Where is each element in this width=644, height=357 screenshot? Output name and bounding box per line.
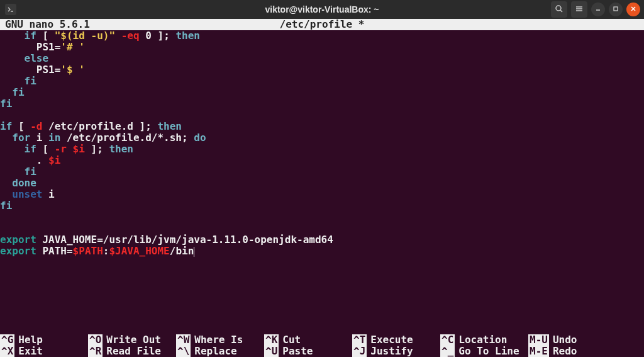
- shortcut-key: ^C: [440, 334, 455, 346]
- editor-line: if [ -r $i ]; then: [0, 144, 644, 155]
- help-shortcut: ^CLocation: [440, 334, 528, 346]
- shortcut-key: ^K: [264, 334, 279, 346]
- help-shortcut: ^RRead File: [88, 346, 176, 357]
- shortcut-key: ^T: [352, 334, 367, 346]
- svg-rect-7: [614, 7, 618, 11]
- shortcut-label: Write Out: [106, 334, 161, 346]
- nano-help-bar: ^GHelp^OWrite Out^WWhere Is^KCut^TExecut…: [0, 334, 644, 357]
- shortcut-label: Exit: [18, 346, 43, 357]
- help-row-2: ^XExit^RRead File^\Replace^UPaste^JJusti…: [0, 346, 644, 357]
- shortcut-key: ^W: [176, 334, 191, 346]
- shortcut-key: ^U: [264, 346, 279, 357]
- editor-line: else: [0, 53, 644, 64]
- shortcut-key: M-U: [528, 334, 549, 346]
- shortcut-label: Redo: [553, 346, 577, 357]
- help-shortcut: ^TExecute: [352, 334, 440, 346]
- shortcut-label: Execute: [370, 334, 413, 346]
- text-cursor: [194, 247, 194, 257]
- editor-line: PS1='# ': [0, 42, 644, 53]
- help-row-1: ^GHelp^OWrite Out^WWhere Is^KCut^TExecut…: [0, 334, 644, 346]
- editor-line: . $i: [0, 155, 644, 166]
- svg-point-1: [556, 6, 561, 11]
- terminal-area[interactable]: GNU nano 5.6.1 /etc/profile * if [ "$(id…: [0, 19, 644, 357]
- editor-line: if [ "$(id -u)" -eq 0 ]; then: [0, 30, 644, 42]
- editor-line: if [ -d /etc/profile.d ]; then: [0, 121, 644, 132]
- shortcut-key: ^G: [0, 334, 14, 346]
- terminal-app-icon: [5, 4, 16, 15]
- shortcut-key: M-E: [528, 346, 549, 357]
- svg-line-2: [560, 10, 562, 12]
- editor-line: fi: [0, 76, 644, 87]
- shortcut-key: ^_: [440, 346, 455, 357]
- shortcut-key: ^O: [88, 334, 103, 346]
- editor-line: [0, 223, 644, 234]
- help-shortcut: ^JJustify: [352, 346, 440, 357]
- nano-header: GNU nano 5.6.1 /etc/profile *: [0, 19, 644, 30]
- editor-line: export JAVA_HOME=/usr/lib/jvm/java-1.11.…: [0, 234, 644, 246]
- search-button[interactable]: [551, 1, 567, 18]
- shortcut-label: Where Is: [194, 334, 243, 346]
- shortcut-key: ^J: [352, 346, 367, 357]
- editor-line: PS1='$ ': [0, 64, 644, 76]
- help-shortcut: ^UPaste: [264, 346, 352, 357]
- editor-line: for i in /etc/profile.d/*.sh; do: [0, 132, 644, 144]
- help-shortcut: ^KCut: [264, 334, 352, 346]
- shortcut-label: Paste: [282, 346, 313, 357]
- help-shortcut: ^GHelp: [0, 334, 88, 346]
- shortcut-key: ^\: [176, 346, 191, 357]
- help-shortcut: ^WWhere Is: [176, 334, 264, 346]
- shortcut-label: Read File: [106, 346, 161, 357]
- shortcut-label: Justify: [370, 346, 413, 357]
- shortcut-label: Cut: [282, 334, 301, 346]
- shortcut-label: Replace: [194, 346, 236, 357]
- editor-line: [0, 212, 644, 223]
- close-icon: [630, 4, 637, 14]
- editor-line: fi: [0, 200, 644, 212]
- editor-line: export PATH=$PATH:$JAVA_HOME/bin: [0, 246, 644, 257]
- shortcut-label: Location: [458, 334, 507, 346]
- close-button[interactable]: [626, 3, 640, 16]
- maximize-icon: [612, 4, 619, 14]
- svg-rect-0: [7, 6, 14, 13]
- help-shortcut: ^OWrite Out: [88, 334, 176, 346]
- help-shortcut: M-UUndo: [528, 334, 616, 346]
- window-titlebar: viktor@viktor-VirtualBox: ~: [0, 0, 644, 19]
- editor-line: fi: [0, 98, 644, 110]
- shortcut-key: ^X: [0, 346, 14, 357]
- shortcut-label: Undo: [553, 334, 577, 346]
- editor-line: [0, 110, 644, 121]
- nano-filename: /etc/profile *: [0, 19, 644, 30]
- shortcut-label: Go To Line: [458, 346, 519, 357]
- minimize-icon: [594, 4, 602, 14]
- hamburger-icon: [575, 4, 584, 15]
- shortcut-label: Help: [18, 334, 43, 346]
- shortcut-key: ^R: [88, 346, 103, 357]
- minimize-button[interactable]: [591, 3, 605, 16]
- help-shortcut: M-ERedo: [528, 346, 616, 357]
- help-shortcut: ^\Replace: [176, 346, 264, 357]
- editor-line: unset i: [0, 189, 644, 200]
- maximize-button[interactable]: [609, 3, 623, 16]
- editor-line: done: [0, 178, 644, 189]
- window-title: viktor@viktor-VirtualBox: ~: [0, 4, 644, 14]
- menu-button[interactable]: [571, 1, 587, 18]
- help-shortcut: ^_Go To Line: [440, 346, 528, 357]
- editor-content[interactable]: if [ "$(id -u)" -eq 0 ]; then PS1='# ' e…: [0, 30, 644, 257]
- editor-line: fi: [0, 166, 644, 178]
- help-shortcut: ^XExit: [0, 346, 88, 357]
- editor-line: fi: [0, 87, 644, 98]
- search-icon: [555, 4, 564, 15]
